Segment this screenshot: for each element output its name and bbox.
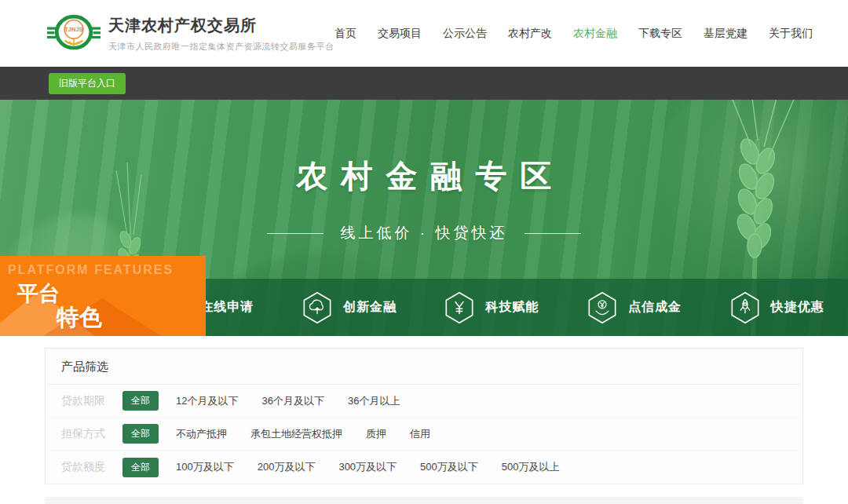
svg-text:TJNJS: TJNJS xyxy=(64,26,83,33)
site-subtitle: 天津市人民政府唯一指定集体资产资源流转交易服务平台 xyxy=(108,41,334,53)
filter-card-title: 产品筛选 xyxy=(46,349,802,385)
nav-item-projects[interactable]: 交易项目 xyxy=(378,27,422,41)
feature-label: 创新金融 xyxy=(343,299,397,316)
filter-options: 100万及以下 200万及以下 300万及以下 500万及以下 500万及以上 xyxy=(176,460,560,474)
brand-block: 天津农村产权交易所 天津市人民政府唯一指定集体资产资源流转交易服务平台 xyxy=(108,15,334,53)
site-header: TJNJS 天津农村产权交易所 天津市人民政府唯一指定集体资产资源流转交易服务平… xyxy=(0,0,848,67)
filter-option[interactable]: 100万及以下 xyxy=(176,460,234,474)
nav-item-rural-reform[interactable]: 农村产改 xyxy=(508,27,552,41)
nav-item-rural-finance[interactable]: 农村金融 xyxy=(573,27,617,41)
filter-all-badge[interactable]: 全部 xyxy=(122,391,159,411)
page: TJNJS 天津农村产权交易所 天津市人民政府唯一指定集体资产资源流转交易服务平… xyxy=(0,0,848,504)
filter-option[interactable]: 500万及以上 xyxy=(502,460,560,474)
feature-bar: 在线申请 创新金融 科技赋 xyxy=(135,279,848,336)
filter-label: 贷款期限 xyxy=(61,394,107,408)
cloud-finance-icon xyxy=(302,290,333,325)
filter-option[interactable]: 36个月以上 xyxy=(348,394,400,408)
hero-title: 农村金融专区 xyxy=(0,155,848,198)
feature-label: 科技赋能 xyxy=(485,299,539,316)
filter-option[interactable]: 质押 xyxy=(366,427,386,441)
rocket-icon xyxy=(729,290,761,325)
filter-option[interactable]: 信用 xyxy=(410,427,430,441)
platform-features-block: PLATFORM FEATURES 平台 特色 xyxy=(0,256,206,336)
main-nav: 首页 交易项目 公示公告 农村产改 农村金融 下载专区 基层党建 关于我们 xyxy=(334,27,813,41)
credit-coin-icon xyxy=(587,290,618,325)
filter-option[interactable]: 500万及以下 xyxy=(420,460,478,474)
subtitle-left-line xyxy=(267,233,323,234)
filter-all-badge[interactable]: 全部 xyxy=(122,424,159,444)
nav-item-about[interactable]: 关于我们 xyxy=(769,27,813,41)
filter-label: 担保方式 xyxy=(61,427,107,441)
platform-features-eyebrow: PLATFORM FEATURES xyxy=(8,263,174,277)
main-content: 产品筛选 贷款期限 全部 12个月及以下 36个月及以下 36个月以上 担保方式… xyxy=(0,336,848,504)
feature-item-credit-gold[interactable]: 点信成金 xyxy=(563,279,706,336)
feature-label: 点信成金 xyxy=(628,299,682,316)
filter-option[interactable]: 承包土地经营权抵押 xyxy=(250,427,342,441)
footer-strip xyxy=(45,497,803,504)
yen-tech-icon xyxy=(444,290,475,325)
filter-options: 12个月及以下 36个月及以下 36个月以上 xyxy=(176,394,400,408)
site-title: 天津农村产权交易所 xyxy=(108,15,334,36)
filter-row-loan-amount: 贷款额度 全部 100万及以下 200万及以下 300万及以下 500万及以下 … xyxy=(46,451,802,484)
filter-row-loan-term: 贷款期限 全部 12个月及以下 36个月及以下 36个月以上 xyxy=(46,385,802,418)
filter-row-guarantee-type: 担保方式 全部 不动产抵押 承包土地经营权抵押 质押 信用 xyxy=(46,418,802,451)
hero-subtitle-row: 线上低价 · 快贷快还 xyxy=(0,223,848,243)
feature-label: 在线申请 xyxy=(200,299,254,316)
feature-item-tech-empower[interactable]: 科技赋能 xyxy=(420,279,563,336)
filter-option[interactable]: 300万及以下 xyxy=(338,460,397,474)
top-dark-bar: 旧版平台入口 xyxy=(0,67,848,100)
filter-option[interactable]: 12个月及以下 xyxy=(176,394,238,408)
old-platform-entry-button[interactable]: 旧版平台入口 xyxy=(49,73,126,94)
site-logo-icon: TJNJS xyxy=(46,9,102,59)
subtitle-right-line xyxy=(525,233,581,234)
hero-banner: 农村金融专区 线上低价 · 快贷快还 在线申请 xyxy=(0,100,848,336)
feature-label: 快捷优惠 xyxy=(771,299,824,316)
filter-options: 不动产抵押 承包土地经营权抵押 质押 信用 xyxy=(176,427,430,441)
nav-item-home[interactable]: 首页 xyxy=(334,27,356,41)
platform-title-line1: 平台 xyxy=(17,279,60,308)
filter-option[interactable]: 200万及以下 xyxy=(258,460,316,474)
filter-option[interactable]: 不动产抵押 xyxy=(176,427,227,441)
nav-item-downloads[interactable]: 下载专区 xyxy=(638,27,682,41)
platform-title-line2: 特色 xyxy=(57,302,102,334)
feature-item-innovative-finance[interactable]: 创新金融 xyxy=(278,279,421,336)
nav-item-party-building[interactable]: 基层党建 xyxy=(704,27,747,41)
filter-all-badge[interactable]: 全部 xyxy=(122,458,159,477)
feature-item-fast-discount[interactable]: 快捷优惠 xyxy=(705,279,848,336)
filter-label: 贷款额度 xyxy=(61,460,107,474)
product-filter-card: 产品筛选 贷款期限 全部 12个月及以下 36个月及以下 36个月以上 担保方式… xyxy=(45,348,803,484)
hero-subtitle: 线上低价 · 快贷快还 xyxy=(341,223,508,243)
filter-option[interactable]: 36个月及以下 xyxy=(261,394,323,408)
nav-item-announcements[interactable]: 公示公告 xyxy=(443,27,487,41)
hero-text-block: 农村金融专区 线上低价 · 快贷快还 xyxy=(0,155,848,243)
